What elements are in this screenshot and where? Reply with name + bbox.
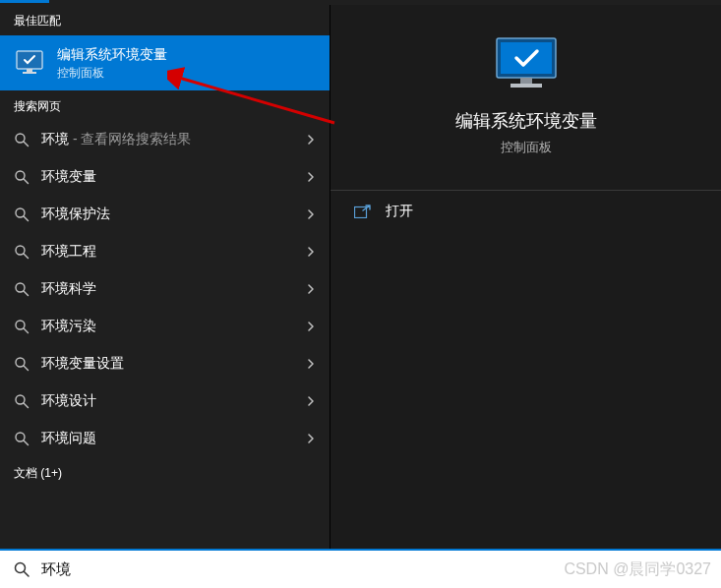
monitor-check-icon (14, 47, 45, 79)
web-result-item-8[interactable]: 环境问题 (0, 420, 330, 457)
chevron-right-icon (306, 209, 316, 219)
svg-line-13 (24, 291, 29, 296)
web-result-label: 环境变量 (41, 168, 294, 186)
search-icon (14, 431, 30, 446)
search-icon (14, 561, 30, 577)
detail-subtitle: 控制面板 (501, 139, 552, 156)
chevron-right-icon (306, 284, 316, 294)
documents-header: 文档 (1+) (0, 457, 330, 488)
svg-line-7 (24, 179, 29, 184)
best-match-item[interactable]: 编辑系统环境变量 控制面板 (0, 35, 330, 90)
web-result-item-6[interactable]: 环境变量设置 (0, 345, 330, 382)
chevron-right-icon (306, 135, 316, 145)
search-icon (14, 356, 30, 372)
web-result-item-2[interactable]: 环境保护法 (0, 196, 330, 233)
svg-line-30 (25, 572, 30, 577)
detail-title: 编辑系统环境变量 (455, 109, 597, 133)
web-result-label: 环境科学 (41, 280, 294, 298)
web-result-label: 环境问题 (41, 430, 294, 447)
web-result-item-0[interactable]: 环境 - 查看网络搜索结果 (0, 121, 330, 158)
svg-line-11 (24, 254, 29, 259)
chevron-right-icon (306, 396, 316, 406)
svg-line-15 (24, 328, 29, 333)
web-result-item-5[interactable]: 环境污染 (0, 308, 330, 345)
open-icon (354, 205, 372, 218)
search-icon (14, 281, 30, 297)
results-panel: 最佳匹配 编辑系统环境变量 控制面板 搜索网页 (0, 5, 330, 549)
search-icon (14, 206, 30, 222)
chevron-right-icon (306, 359, 316, 369)
chevron-right-icon (306, 247, 316, 257)
best-match-title: 编辑系统环境变量 (57, 45, 316, 65)
best-match-subtitle: 控制面板 (57, 65, 316, 82)
web-result-item-1[interactable]: 环境变量 (0, 158, 330, 196)
svg-line-17 (24, 366, 29, 371)
search-input[interactable] (41, 561, 707, 578)
detail-top: 编辑系统环境变量 控制面板 (330, 5, 721, 176)
top-bar-accent (0, 0, 49, 3)
web-result-label: 环境设计 (41, 392, 294, 410)
search-icon (14, 244, 30, 260)
web-result-item-7[interactable]: 环境设计 (0, 382, 330, 420)
main-container: 最佳匹配 编辑系统环境变量 控制面板 搜索网页 (0, 5, 721, 549)
best-match-header: 最佳匹配 (0, 5, 330, 35)
web-result-label: 环境工程 (41, 243, 294, 261)
web-result-label: 环境污染 (41, 318, 294, 335)
svg-rect-23 (501, 42, 552, 74)
detail-panel: 编辑系统环境变量 控制面板 打开 (330, 5, 721, 549)
svg-rect-2 (27, 69, 32, 72)
search-icon (14, 169, 30, 185)
search-icon (14, 393, 30, 409)
search-bar[interactable] (0, 549, 721, 588)
svg-line-5 (24, 142, 29, 147)
web-search-header: 搜索网页 (0, 90, 330, 121)
svg-line-9 (24, 216, 29, 221)
web-result-label: 环境变量设置 (41, 355, 294, 373)
web-result-label: 环境保护法 (41, 206, 294, 223)
chevron-right-icon (306, 172, 316, 182)
search-icon (14, 132, 30, 147)
web-result-item-3[interactable]: 环境工程 (0, 233, 330, 270)
web-result-label: 环境 - 查看网络搜索结果 (41, 131, 294, 148)
chevron-right-icon (306, 434, 316, 443)
svg-rect-3 (23, 72, 36, 74)
web-result-item-4[interactable]: 环境科学 (0, 270, 330, 308)
svg-rect-25 (511, 84, 542, 88)
chevron-right-icon (306, 322, 316, 331)
svg-line-19 (24, 403, 29, 408)
svg-line-21 (24, 441, 29, 445)
open-action[interactable]: 打开 (330, 191, 721, 232)
open-label: 打开 (386, 203, 413, 220)
search-icon (14, 319, 30, 334)
monitor-check-icon-large (491, 34, 562, 91)
best-match-text: 编辑系统环境变量 控制面板 (57, 45, 316, 81)
svg-rect-24 (520, 78, 532, 84)
